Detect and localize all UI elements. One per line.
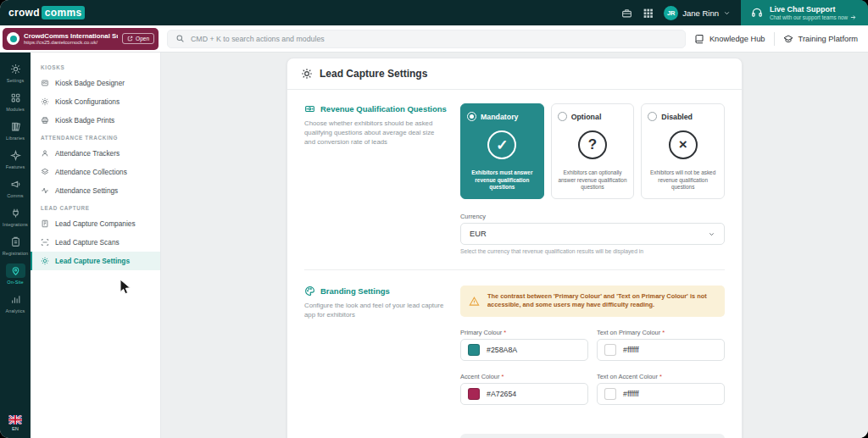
- org-meta: CrowdComms International Su... https://c…: [24, 32, 118, 45]
- required-marker: *: [504, 329, 506, 336]
- sidebar-item-attendance-collections[interactable]: Attendance Collections: [31, 163, 160, 181]
- org-name: CrowdComms International Su...: [24, 32, 118, 40]
- rail-item-features[interactable]: Features: [0, 144, 31, 173]
- book-icon: [694, 34, 704, 44]
- text-on-primary-colour-swatch: [604, 344, 616, 356]
- clipboard-icon: [6, 235, 25, 249]
- arrow-right-icon: [850, 14, 856, 20]
- modules-grid-icon: [6, 91, 25, 105]
- sidebar-item-kiosk-badge-designer[interactable]: Kiosk Badge Designer: [31, 74, 160, 92]
- language-label: EN: [12, 426, 19, 431]
- knowledge-hub-button[interactable]: Knowledge Hub: [694, 34, 765, 44]
- required-marker: *: [662, 329, 665, 336]
- card-header: Lead Capture Settings: [287, 58, 742, 90]
- rail-item-libraries[interactable]: Libraries: [0, 115, 31, 144]
- text-on-accent-colour-input[interactable]: #ffffff: [597, 383, 725, 405]
- activity-icon: [41, 186, 49, 195]
- sidebar-item-kiosk-badge-prints[interactable]: Kiosk Badge Prints: [31, 111, 160, 130]
- option-optional[interactable]: Optional ? Exhibitors can optionally ans…: [551, 103, 635, 199]
- sidebar-item-label: Kiosk Configurations: [55, 97, 120, 106]
- uk-flag-icon: [8, 415, 22, 424]
- sidebar-item-attendance-trackers[interactable]: Attendance Trackers: [31, 144, 160, 163]
- gear-icon: [301, 68, 313, 80]
- x-circle-icon: ×: [669, 130, 698, 159]
- sidebar-item-kiosk-configurations[interactable]: Kiosk Configurations: [31, 92, 160, 111]
- logo-text-crowd: crowd: [8, 7, 40, 19]
- palette-icon: [304, 286, 315, 297]
- primary-colour-field: Primary Colour * #258A8A: [460, 329, 588, 361]
- briefcase-icon[interactable]: [621, 8, 632, 19]
- accent-colour-input[interactable]: #A72654: [460, 383, 588, 405]
- rail-item-integrations[interactable]: Integrations: [0, 202, 31, 230]
- option-label: Optional: [571, 113, 602, 121]
- badge-icon: [41, 79, 49, 87]
- rail-item-on-site[interactable]: On-Site: [0, 259, 31, 288]
- section-title-kiosks: Kiosks: [31, 59, 160, 74]
- mouse-cursor: [119, 279, 132, 296]
- graduation-cap-icon: [783, 34, 793, 44]
- sidebar-item-lead-capture-settings[interactable]: Lead Capture Settings: [31, 252, 160, 270]
- text-on-primary-colour-input[interactable]: #ffffff: [597, 339, 725, 361]
- branding-section-description: Configure the look and feel of your lead…: [304, 302, 447, 320]
- settings-card: Lead Capture Settings Revenue Qualificat…: [287, 58, 743, 438]
- revenue-section-controls: Mandatory ✓ Exhibitors must answer reven…: [460, 103, 725, 254]
- primary-colour-swatch: [468, 344, 480, 356]
- rail-item-analytics[interactable]: Analytics: [0, 288, 31, 317]
- field-label: Accent Colour *: [460, 373, 588, 380]
- section-title-lead-capture: Lead Capture: [31, 200, 160, 214]
- search-bar[interactable]: [167, 30, 686, 48]
- scan-icon: [41, 238, 49, 247]
- sidebar-item-lead-capture-scans[interactable]: Lead Capture Scans: [31, 233, 160, 252]
- text-on-accent-colour-swatch: [604, 388, 616, 400]
- language-switcher[interactable]: EN: [8, 415, 22, 431]
- sidebar-item-label: Attendance Collections: [55, 168, 127, 176]
- radio-mandatory[interactable]: [467, 112, 476, 121]
- search-input[interactable]: [191, 35, 677, 43]
- primary-colour-input[interactable]: #258A8A: [460, 339, 588, 361]
- rail-item-settings[interactable]: Settings: [0, 58, 31, 86]
- required-marker: *: [659, 373, 662, 380]
- branding-section-title: Branding Settings: [320, 286, 390, 296]
- currency-help-text: Select the currency that revenue qualifi…: [460, 248, 725, 254]
- colour-hex-value: #ffffff: [623, 390, 639, 398]
- open-button[interactable]: Open: [122, 33, 154, 44]
- option-header: Disabled: [648, 112, 718, 121]
- rail-item-registration[interactable]: Registration: [0, 230, 31, 259]
- layers-icon: [41, 168, 49, 176]
- revenue-option-group: Mandatory ✓ Exhibitors must answer reven…: [460, 103, 725, 199]
- colour-hex-value: #258A8A: [487, 346, 517, 354]
- section-title-attendance: Attendance Tracking: [31, 130, 160, 144]
- warning-triangle-icon: [469, 296, 480, 307]
- training-platform-button[interactable]: Training Platform: [783, 34, 858, 44]
- option-mandatory[interactable]: Mandatory ✓ Exhibitors must answer reven…: [460, 103, 544, 199]
- radio-optional[interactable]: [558, 112, 567, 121]
- live-chat-title: Live Chat Support: [770, 5, 856, 14]
- avatar: JR: [664, 6, 678, 20]
- org-switcher[interactable]: CrowdComms International Su... https://c…: [3, 28, 159, 50]
- bar-chart-icon: [6, 292, 25, 307]
- sidebar-item-attendance-settings[interactable]: Attendance Settings: [31, 181, 160, 200]
- plug-icon: [6, 206, 25, 220]
- user-menu[interactable]: JR Jane Rinn: [664, 6, 731, 20]
- rail-label: Modules: [6, 107, 25, 112]
- rail-label: Integrations: [3, 222, 28, 227]
- accent-colour-field: Accent Colour * #A72654: [460, 373, 588, 405]
- toolbar-divider: [774, 32, 775, 46]
- sidebar-item-label: Attendance Settings: [55, 186, 118, 195]
- option-description: Exhibitors can optionally answer revenue…: [558, 169, 628, 191]
- rail-item-modules[interactable]: Modules: [0, 86, 31, 115]
- person-icon: [41, 149, 49, 158]
- currency-select[interactable]: EUR: [460, 223, 725, 245]
- rail-label: Registration: [3, 251, 29, 256]
- secondary-toolbar: CrowdComms International Su... https://c…: [0, 25, 868, 53]
- page-title: Lead Capture Settings: [320, 68, 427, 80]
- radio-disabled[interactable]: [648, 112, 657, 121]
- rail-item-comms[interactable]: Comms: [0, 173, 31, 202]
- sidebar-item-lead-capture-companies[interactable]: Lead Capture Companies: [31, 214, 160, 233]
- option-disabled[interactable]: Disabled × Exhibitors will not be asked …: [641, 103, 725, 199]
- live-chat-banner[interactable]: Live Chat Support Chat with our support …: [741, 0, 868, 25]
- gear-icon: [41, 257, 49, 265]
- option-header: Optional: [558, 112, 628, 121]
- apps-grid-icon[interactable]: [643, 8, 654, 19]
- rail-label: Features: [6, 164, 25, 169]
